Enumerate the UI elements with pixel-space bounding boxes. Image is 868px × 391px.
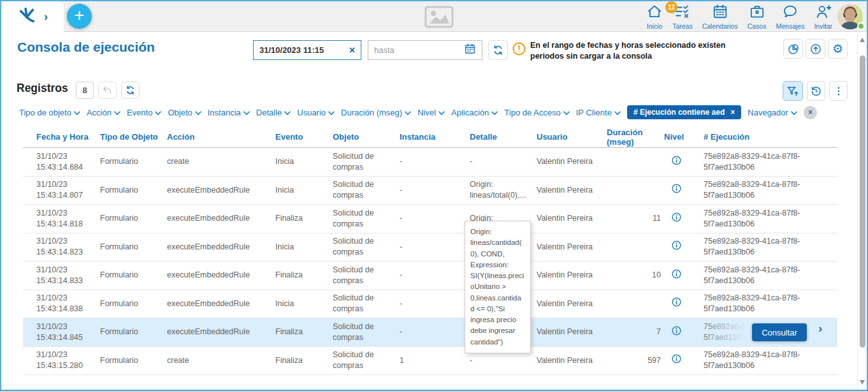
remove-filter-x-icon[interactable]: × [730, 108, 735, 117]
refresh-console-button[interactable] [488, 40, 508, 60]
nav-item-mensajes[interactable]: Mensajes [776, 3, 804, 30]
filter-dropdown-tipo-de-acceso[interactable]: Tipo de Acceso [504, 108, 569, 117]
chevron-down-icon [791, 108, 797, 117]
cell-usuario: Valentin Pereira [537, 185, 604, 196]
cell-usuario: Valentin Pereira [537, 355, 604, 366]
filter-dropdown-aplicaci-n[interactable]: Aplicación [451, 108, 498, 117]
filter-dropdown-instancia[interactable]: Instancia [208, 108, 250, 117]
upload-circle-button[interactable] [806, 39, 825, 59]
cell-tipo: Formulario [100, 213, 167, 224]
info-icon[interactable] [670, 244, 683, 253]
filter-label: Aplicación [451, 108, 489, 117]
row-time: 15:43:15.280 [36, 360, 94, 371]
undo-icon-disabled [98, 82, 117, 99]
tab-chevron-icon[interactable]: › [44, 11, 48, 22]
date-to-input[interactable] [374, 45, 460, 55]
cell-accion: create [167, 355, 275, 366]
history-button[interactable] [807, 81, 825, 101]
filter-dropdown-acci-n[interactable]: Acción [87, 108, 120, 117]
execution-id: 75e892a8-8329-41ca-87f8-5f7aed130b06 [704, 265, 815, 286]
cell-usuario: Valentin Pereira [537, 327, 604, 337]
home-icon [646, 3, 663, 22]
filter-dropdown-evento[interactable]: Evento [127, 108, 161, 117]
cell-nivel [664, 154, 704, 170]
date-to-field[interactable] [368, 40, 482, 60]
cell-tipo: Formulario [100, 355, 167, 366]
nav-item-tareas[interactable]: 12Tareas [672, 3, 693, 30]
scroll-down-arrow[interactable] [860, 380, 865, 385]
calendar-picker-icon[interactable] [464, 43, 476, 57]
kebab-menu-button[interactable] [829, 81, 848, 101]
table-row[interactable]: 31/10/2315:43:14.823FormularioexecuteEmb… [23, 233, 837, 262]
cell-detalle: Origin: lineas/total(0),... [470, 179, 537, 201]
column-header: Usuario [537, 132, 604, 142]
filter-dropdown-nivel[interactable]: Nivel [417, 108, 445, 117]
table-row[interactable]: 31/10/2315:43:14.818FormularioexecuteEmb… [23, 205, 837, 233]
refresh-records-button[interactable] [121, 82, 140, 99]
info-icon[interactable] [670, 273, 683, 282]
clear-all-filters-button[interactable]: × [804, 106, 817, 119]
cell-fecha-hora: 31/10/2315:43:14.823 [36, 236, 100, 258]
new-tab-plus-button[interactable]: + [67, 4, 92, 29]
date-from-input[interactable] [259, 45, 345, 55]
nav-item-inicio[interactable]: Inicio [646, 3, 663, 30]
cell-usuario: Valentin Pereira [537, 242, 604, 253]
info-icon[interactable] [670, 159, 683, 168]
scroll-up-arrow[interactable] [860, 38, 865, 42]
nav-label: Calendarios [702, 22, 738, 30]
cell-evento: Finaliza [275, 327, 333, 337]
app-window: › + Inicio12TareasCalendariosCasosMensaj… [0, 0, 868, 391]
app-tab[interactable]: › [1, 1, 64, 32]
cell-objeto: Solicitud de compras [333, 321, 400, 343]
info-icon[interactable] [670, 358, 683, 367]
nav-item-invitar[interactable]: Invitar [814, 3, 832, 30]
filter-dropdown-ip-cliente[interactable]: IP Cliente [576, 108, 621, 117]
cell-accion: executeEmbeddedRule [167, 242, 275, 253]
active-filter-chip[interactable]: # Ejecución contiene aed× [627, 105, 741, 119]
filter-dropdown-navegador[interactable]: Navegador [748, 108, 797, 117]
nav-item-casos[interactable]: Casos [748, 3, 767, 30]
table-row[interactable]: 31/10/2315:43:15.280FormulariocreateFina… [23, 347, 837, 376]
settings-gear-icon[interactable]: ⚙ [828, 39, 848, 59]
table-row[interactable]: 31/10/2315:43:14.684FormulariocreateInic… [23, 148, 837, 177]
cell-duracion: 7 [604, 327, 664, 337]
cell-instancia: - [400, 185, 470, 196]
scroll-thumb[interactable] [860, 55, 865, 348]
filter-dropdown-objeto[interactable]: Objeto [168, 108, 201, 117]
cell-fecha-hora: 31/10/2315:43:14.838 [36, 293, 100, 314]
clear-date-x-icon[interactable]: × [349, 45, 355, 55]
cell-nivel [664, 353, 704, 368]
execution-id: 75e892a8-8329-41ca-87f8-5f7aed130b06 [704, 208, 815, 230]
table-row[interactable]: 31/10/2315:43:14.838FormularioexecuteEmb… [23, 290, 837, 319]
cell-ejecucion: 75e892a8-8329-41ca-87f8-5f7aed130b06 [704, 151, 837, 173]
chevron-right-icon[interactable]: › [818, 321, 822, 336]
vertical-scrollbar[interactable] [857, 33, 867, 390]
info-icon[interactable] [670, 216, 683, 225]
filter-dropdown-tipo-de-objeto[interactable]: Tipo de objeto [19, 108, 80, 117]
statistics-pie-chart-button[interactable] [783, 39, 803, 59]
row-date: 31/10/23 [36, 179, 94, 190]
filter-dropdown-detalle[interactable]: Detalle [256, 108, 291, 117]
info-icon[interactable] [670, 330, 683, 339]
cell-accion: executeEmbeddedRule [167, 185, 275, 196]
nav-label: Mensajes [776, 22, 804, 30]
filter-up-button[interactable] [783, 81, 803, 101]
filter-label: Acción [87, 108, 112, 117]
row-date: 31/10/23 [36, 151, 94, 162]
filter-dropdown-duraci-n-mseg-[interactable]: Duración (mseg) [341, 108, 411, 117]
cell-fecha-hora: 31/10/2315:43:14.684 [36, 151, 100, 173]
image-placeholder-icon [424, 6, 454, 31]
table-row[interactable]: 31/10/2315:43:14.807FormularioexecuteEmb… [23, 177, 837, 205]
filter-label: IP Cliente [576, 108, 612, 117]
consultar-button[interactable]: Consultar [752, 323, 807, 341]
nav-item-calendarios[interactable]: Calendarios [702, 3, 738, 30]
table-row[interactable]: 31/10/2315:43:14.833FormularioexecuteEmb… [23, 262, 837, 290]
column-header: Acción [167, 132, 275, 142]
info-icon[interactable] [670, 188, 683, 196]
filter-label: Usuario [297, 108, 326, 117]
cell-usuario: Valentin Pereira [537, 299, 604, 309]
tareas-count-badge: 12 [665, 1, 677, 13]
filter-dropdown-usuario[interactable]: Usuario [297, 108, 335, 117]
date-from-field[interactable]: × [253, 40, 361, 60]
info-icon[interactable] [670, 301, 683, 310]
